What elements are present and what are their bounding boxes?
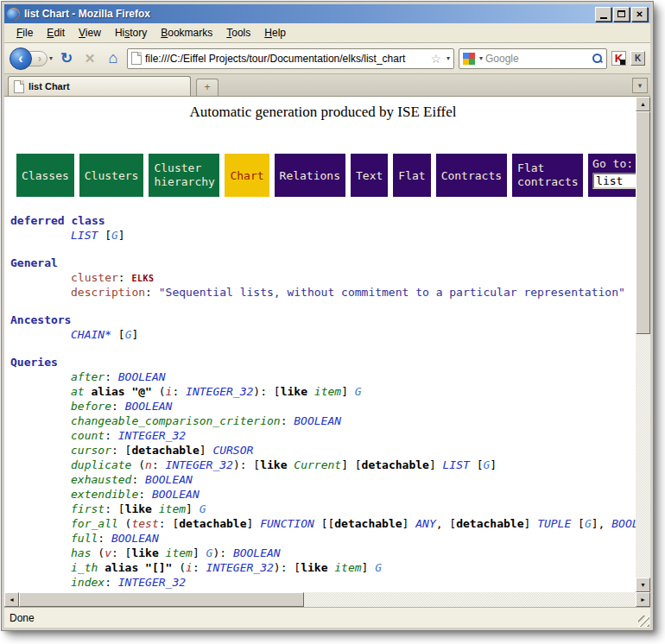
menu-bookmarks[interactable]: Bookmarks: [154, 25, 219, 41]
k-addon-button[interactable]: K: [630, 51, 645, 66]
code-text: ] [: [341, 458, 361, 471]
class-link[interactable]: INTEGER_32: [186, 385, 253, 398]
code-text: Current: [294, 458, 341, 471]
address-bar[interactable]: file:///C:/Eiffel Projects/tour/Document…: [127, 48, 454, 69]
class-link[interactable]: BOOLEAN: [111, 532, 159, 545]
class-link[interactable]: BOOLEAN: [611, 517, 636, 530]
tab-label: list Chart: [28, 81, 70, 92]
class-link[interactable]: G: [375, 561, 382, 574]
code-text: ]: [402, 517, 416, 530]
class-link[interactable]: BOOLEAN: [294, 414, 341, 427]
code-text: like: [281, 385, 307, 398]
tab-list-chart[interactable]: list Chart: [8, 76, 191, 96]
code-text: detachable: [179, 517, 246, 530]
code-text: ]: [523, 517, 537, 530]
menu-history[interactable]: History: [108, 25, 154, 41]
class-link[interactable]: INTEGER_32: [118, 576, 186, 589]
class-link[interactable]: BOOLEAN: [145, 473, 193, 486]
code-text: ]: [490, 458, 497, 471]
code-text: :: [145, 286, 159, 299]
class-link[interactable]: FUNCTION: [260, 517, 314, 530]
doc-nav-contracts[interactable]: Contracts: [436, 154, 507, 197]
class-link[interactable]: G: [111, 229, 118, 242]
class-link[interactable]: CHAIN*: [71, 328, 111, 341]
titlebar[interactable]: list Chart - Mozilla Firefox ✕: [4, 4, 650, 23]
browser-window: list Chart - Mozilla Firefox ✕ FileEditV…: [2, 2, 653, 630]
search-engine-dropdown-icon[interactable]: ▾: [479, 54, 483, 62]
code-text: duplicate: [71, 458, 131, 471]
doc-nav-flat-contracts[interactable]: Flat contracts: [512, 154, 583, 197]
scroll-right-button[interactable]: ►: [636, 592, 650, 607]
menu-file[interactable]: File: [10, 25, 40, 41]
search-input[interactable]: [485, 53, 590, 65]
bookmark-star-icon[interactable]: ☆: [430, 52, 441, 66]
class-link[interactable]: CURSOR: [212, 444, 253, 457]
class-link[interactable]: BOOLEAN: [125, 400, 173, 413]
class-link[interactable]: G: [200, 502, 206, 515]
class-link[interactable]: G: [585, 517, 592, 530]
doc-nav-text[interactable]: Text: [351, 154, 388, 197]
doc-nav-clusters[interactable]: Clusters: [79, 154, 144, 197]
home-button[interactable]: ⌂: [104, 49, 123, 67]
maximize-button[interactable]: [613, 7, 630, 22]
search-icon[interactable]: [592, 54, 603, 64]
vertical-scrollbar[interactable]: ▲ ▼: [636, 97, 650, 592]
class-link[interactable]: LIST: [443, 458, 470, 471]
back-button[interactable]: ‹: [10, 47, 32, 70]
vertical-scroll-thumb[interactable]: [636, 111, 650, 334]
class-link[interactable]: BOOLEAN: [152, 488, 200, 501]
refresh-button[interactable]: ↻: [57, 49, 76, 67]
search-bar[interactable]: ▾: [459, 48, 607, 69]
code-text: alias "[]": [104, 561, 172, 574]
class-link[interactable]: BOOLEAN: [118, 370, 166, 383]
class-link[interactable]: INTEGER_32: [166, 458, 233, 471]
code-text: :: [104, 429, 118, 442]
code-line: index: INTEGER_32: [10, 575, 636, 590]
tab-list-dropdown-button[interactable]: ▾: [632, 78, 648, 93]
code-text: cursor: [71, 444, 111, 457]
code-text: [: [571, 517, 585, 530]
minimize-button[interactable]: [595, 7, 611, 22]
class-link[interactable]: LIST: [71, 229, 98, 242]
scroll-down-button[interactable]: ▼: [636, 578, 650, 592]
class-link[interactable]: INTEGER_32: [118, 429, 186, 442]
new-tab-button[interactable]: +: [196, 79, 218, 96]
goto-input[interactable]: [592, 173, 636, 189]
menu-edit[interactable]: Edit: [40, 25, 72, 41]
url-dropdown-icon[interactable]: ▾: [446, 54, 450, 62]
horizontal-scroll-thumb[interactable]: [19, 592, 304, 607]
menu-view[interactable]: View: [72, 25, 108, 41]
url-text[interactable]: file:///C:/Eiffel Projects/tour/Document…: [145, 53, 427, 65]
code-text: :: [172, 385, 186, 398]
doc-nav-cluster-hierarchy[interactable]: Cluster hierarchy: [149, 154, 219, 197]
stop-button[interactable]: ✕: [80, 51, 99, 66]
class-link[interactable]: INTEGER_32: [206, 561, 274, 574]
doc-nav-classes[interactable]: Classes: [16, 154, 74, 197]
doc-nav-chart[interactable]: Chart: [225, 154, 269, 197]
code-text: :: [104, 576, 118, 589]
horizontal-scrollbar[interactable]: ◄ ►: [4, 592, 650, 607]
menu-help[interactable]: Help: [257, 25, 293, 41]
kaspersky-icon[interactable]: K: [611, 51, 626, 66]
class-link[interactable]: TUPLE: [537, 517, 571, 530]
class-link[interactable]: ANY: [415, 517, 435, 530]
doc-nav-relations[interactable]: Relations: [275, 154, 345, 197]
doc-nav-flat[interactable]: Flat: [393, 154, 430, 197]
code-text: [98, 561, 104, 574]
code-text: [152, 502, 159, 515]
tab-page-icon: [14, 80, 24, 93]
goto-block: Go to:: [588, 154, 636, 197]
resize-grip[interactable]: [638, 616, 649, 627]
history-dropdown-icon[interactable]: ▾: [49, 54, 53, 62]
close-button[interactable]: ✕: [631, 7, 648, 22]
code-text: for_all: [71, 517, 118, 530]
maximize-icon: [618, 10, 625, 17]
scroll-up-button[interactable]: ▲: [636, 97, 650, 111]
class-link[interactable]: G: [355, 385, 362, 398]
section-queries: Queriesafter: BOOLEANat alias "@" (i: IN…: [10, 355, 636, 592]
class-link[interactable]: BOOLEAN: [233, 546, 281, 559]
nav-toolbar: ‹ › ▾ ↻ ✕ ⌂ file:///C:/Eiffel Projects/t…: [4, 43, 650, 74]
menu-tools[interactable]: Tools: [219, 25, 257, 41]
scroll-left-button[interactable]: ◄: [4, 592, 19, 607]
code-text: [[: [314, 517, 334, 530]
